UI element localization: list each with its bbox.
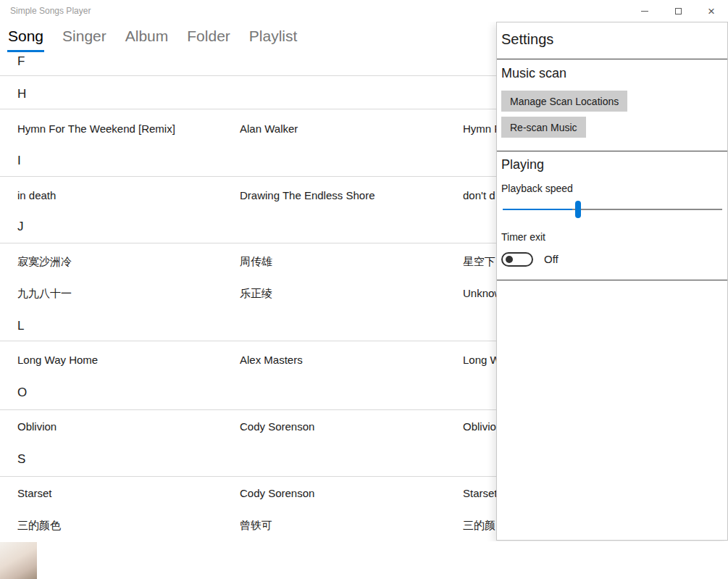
maximize-icon bbox=[675, 8, 682, 14]
titlebar: Simple Songs Player × bbox=[0, 0, 728, 22]
window-title: Simple Songs Player bbox=[10, 6, 91, 16]
song-album: Long W bbox=[463, 354, 501, 366]
song-title: Long Way Home bbox=[17, 354, 98, 366]
group-header: F bbox=[17, 54, 25, 69]
timer-exit-label: Timer exit bbox=[501, 231, 545, 243]
minimize-icon bbox=[641, 11, 648, 12]
settings-title: Settings bbox=[501, 31, 553, 48]
playing-heading: Playing bbox=[501, 157, 544, 172]
divider bbox=[497, 59, 727, 59]
playbar: 01:00 03:13 bbox=[0, 541, 728, 579]
toggle-knob bbox=[506, 256, 513, 263]
playback-speed-slider[interactable] bbox=[503, 201, 722, 218]
minimize-button[interactable] bbox=[628, 0, 661, 22]
rescan-music-button[interactable]: Re-scan Music bbox=[501, 117, 586, 138]
tab-folder[interactable]: Folder bbox=[186, 28, 231, 52]
group-header: J bbox=[17, 220, 24, 234]
divider bbox=[497, 151, 727, 151]
song-artist: Cody Sorenson bbox=[240, 420, 314, 433]
song-artist: 曾轶可 bbox=[240, 519, 272, 533]
song-artist: Alex Masters bbox=[240, 354, 303, 366]
song-artist: Alan Walker bbox=[240, 122, 298, 135]
song-title: Starset bbox=[17, 487, 52, 499]
song-title: in death bbox=[17, 189, 56, 201]
song-title: 三的颜色 bbox=[17, 519, 61, 533]
song-title: Hymn For The Weekend [Remix] bbox=[17, 122, 175, 135]
manage-scan-locations-button[interactable]: Manage Scan Locations bbox=[501, 91, 627, 112]
song-title: Oblivion bbox=[17, 420, 57, 433]
nav-tabs: Song Singer Album Folder Playlist bbox=[7, 28, 298, 52]
song-artist: 乐正绫 bbox=[240, 287, 272, 301]
song-album: Oblivio bbox=[463, 420, 496, 433]
song-title: 寂寞沙洲冷 bbox=[17, 255, 72, 269]
close-icon: × bbox=[708, 5, 715, 17]
song-title: 九九八十一 bbox=[17, 287, 72, 301]
playback-speed-label: Playback speed bbox=[501, 183, 573, 194]
album-art-thumbnail bbox=[0, 542, 37, 579]
settings-panel: Settings Music scan Manage Scan Location… bbox=[496, 22, 728, 541]
song-artist: 周传雄 bbox=[240, 255, 272, 269]
slider-fill bbox=[503, 209, 572, 210]
group-header: H bbox=[17, 87, 26, 101]
maximize-button[interactable] bbox=[661, 0, 695, 22]
group-header: S bbox=[17, 452, 25, 467]
divider bbox=[497, 280, 727, 280]
group-header: I bbox=[17, 154, 21, 168]
timer-exit-toggle[interactable] bbox=[501, 252, 533, 267]
tab-song[interactable]: Song bbox=[7, 28, 44, 52]
song-album: don't d bbox=[463, 189, 495, 201]
music-scan-heading: Music scan bbox=[501, 66, 566, 81]
tab-album[interactable]: Album bbox=[125, 28, 170, 52]
song-artist: Drawing The Endless Shore bbox=[240, 189, 375, 201]
tab-singer[interactable]: Singer bbox=[62, 28, 107, 52]
song-album: 三的颜 bbox=[463, 519, 495, 533]
song-album: 星空下 bbox=[463, 255, 495, 269]
timer-exit-state: Off bbox=[544, 253, 558, 265]
song-album: Hymn F bbox=[463, 122, 501, 135]
close-button[interactable]: × bbox=[695, 0, 728, 22]
song-album: Starset bbox=[463, 487, 498, 499]
window-controls: × bbox=[628, 0, 728, 22]
tab-playlist[interactable]: Playlist bbox=[248, 28, 298, 52]
group-header: O bbox=[17, 386, 27, 400]
song-artist: Cody Sorenson bbox=[240, 487, 314, 499]
group-header: L bbox=[17, 319, 24, 333]
slider-thumb[interactable] bbox=[575, 201, 581, 218]
